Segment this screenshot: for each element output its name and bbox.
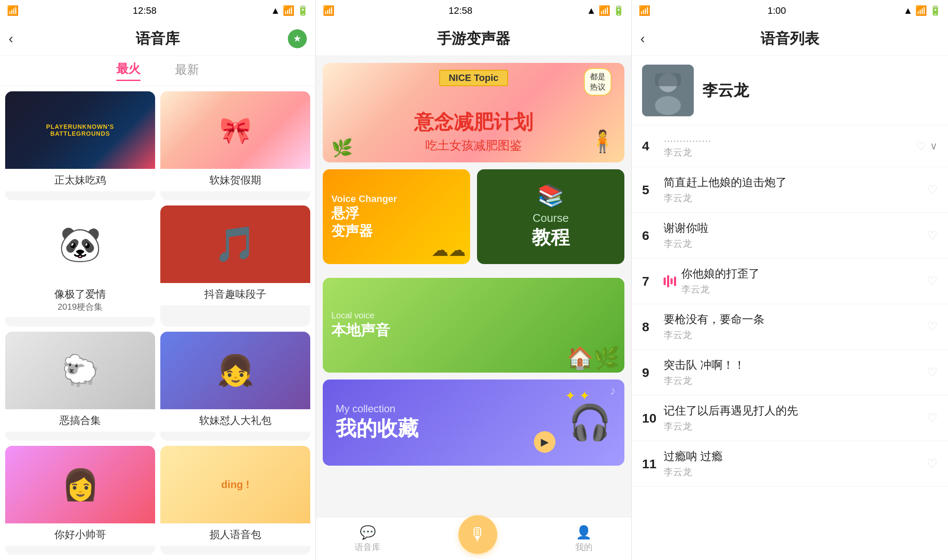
tabbar-item-profile[interactable]: 👤 我的 xyxy=(575,525,592,553)
panel-voice-changer: 📶 12:58 ▲ 📶 🔋 手游变声器 NICE Topic 都是 热议 意念减… xyxy=(316,0,632,560)
list-item[interactable]: 6 谢谢你啦 李云龙 ♡ xyxy=(632,213,948,258)
tab-new[interactable]: 最新 xyxy=(175,62,199,81)
nav-header-3: ‹ 语音列表 xyxy=(632,22,948,56)
grid-item-label: 像极了爱情 2019梗合集 xyxy=(5,283,155,317)
item-title: 你他娘的打歪了 xyxy=(681,266,862,281)
bubble-text2: 热议 xyxy=(590,82,605,92)
status-time-2: 12:58 xyxy=(449,5,472,16)
local-voice-card[interactable]: Local voice 本地声音 🏠🌿 xyxy=(323,278,624,373)
status-bar-2: 📶 12:58 ▲ 📶 🔋 xyxy=(316,0,631,22)
grid-label-sub: 2019梗合集 xyxy=(8,301,153,313)
tab-hot[interactable]: 最火 xyxy=(116,61,140,81)
star-icon: ★ xyxy=(293,33,302,44)
heart-icon[interactable]: ♡ xyxy=(927,457,938,471)
heart-icon[interactable]: ♡ xyxy=(927,228,938,243)
grid-item-label: 损人语音包 xyxy=(160,523,310,546)
bubble-text: 都是 xyxy=(590,72,605,82)
panel-voice-list: 📶 1:00 ▲ 📶 🔋 ‹ 语音列表 李云龙 xyxy=(632,0,948,560)
item-subtitle: 李云龙 xyxy=(681,283,923,296)
grid-thumb-panda: 🐼 xyxy=(5,205,155,283)
list-item[interactable]: PLAYERUNKNOWN'SBATTLEGROUNDS 正太妹吃鸡 xyxy=(5,91,155,200)
list-item[interactable]: 5 简直赶上他娘的迫击炮了 李云龙 ♡ xyxy=(632,167,948,213)
mic-icon: 🎙 xyxy=(469,525,486,544)
grid-item-label: 恶搞合集 xyxy=(5,409,155,432)
item-title: 记住了以后再遇见打人的先 xyxy=(664,403,845,418)
list-item[interactable]: 🐑 恶搞合集 xyxy=(5,332,155,441)
item-content: 谢谢你啦 李云龙 xyxy=(664,221,923,250)
list-item[interactable]: 10 记住了以后再遇见打人的先 李云龙 ♡ xyxy=(632,395,948,441)
page-title-3: 语音列表 xyxy=(761,29,819,49)
list-item[interactable]: 4 …………… 李云龙 ♡ ∨ xyxy=(632,125,948,167)
list-item[interactable]: 9 突击队 冲啊！！ 李云龙 ♡ xyxy=(632,350,948,395)
heart-icon[interactable]: ♡ xyxy=(927,183,938,197)
item-number: 9 xyxy=(642,365,664,380)
chevron-down-icon: ∨ xyxy=(930,140,938,152)
battery-icon-2: 🔋 xyxy=(613,5,624,16)
list-item[interactable]: 🎵 抖音趣味段子 xyxy=(160,205,310,326)
tabbar-item-library[interactable]: 💬 语音库 xyxy=(355,525,380,553)
list-item[interactable]: 🎀 软妹贺假期 xyxy=(160,91,310,200)
heart-icon[interactable]: ♡ xyxy=(927,274,938,288)
grid-thumb-girl-filter: 👧 xyxy=(160,332,310,409)
nice-topic-banner[interactable]: NICE Topic 都是 热议 意念减肥计划 吃土女孩减肥图鉴 🌿 🧍 xyxy=(323,63,624,162)
list-item[interactable]: 👩 你好小帅哥 xyxy=(5,446,155,555)
avatar-img xyxy=(642,65,694,116)
my-collection-card[interactable]: My collection 我的收藏 ✦ ✦ ▶ 🎧 ♪ xyxy=(323,380,624,466)
item-subtitle: 李云龙 xyxy=(664,329,923,342)
list-item[interactable]: 8 要枪没有，要命一条 李云龙 ♡ xyxy=(632,304,948,350)
books-icon: 📚 xyxy=(537,183,564,208)
list-item[interactable]: 7 你他娘的打歪了 李云龙 ♡ xyxy=(632,258,948,304)
item-number: 4 xyxy=(642,139,664,153)
grid-item-label: 抖音趣味段子 xyxy=(160,283,310,305)
list-item[interactable]: 11 过瘾呐 过瘾 李云龙 ♡ xyxy=(632,441,948,487)
course-card[interactable]: 📚 Course 教程 xyxy=(477,169,624,264)
battery-icon-3: 🔋 xyxy=(929,5,941,16)
list-item[interactable]: 👧 软妹怼人大礼包 xyxy=(160,332,310,441)
lv-label-zh: 本地声音 xyxy=(331,320,390,340)
list-item[interactable]: ding ! 损人语音包 xyxy=(160,446,310,555)
back-button-1[interactable]: ‹ xyxy=(9,31,13,47)
mc-label-zh: 我的收藏 xyxy=(336,415,418,442)
heart-icon[interactable]: ♡ xyxy=(916,139,926,153)
music-note-deco: ♪ xyxy=(610,384,616,398)
grid-item-label: 软妹怼人大礼包 xyxy=(160,409,310,432)
item-number: 11 xyxy=(642,457,664,471)
character-deco: 🧍 xyxy=(589,129,616,154)
grid-thumb-sheep: 🐑 xyxy=(5,332,155,409)
back-button-3[interactable]: ‹ xyxy=(640,31,645,47)
item-number: 6 xyxy=(642,228,664,243)
item-title: …………… xyxy=(664,133,845,144)
status-time-1: 12:58 xyxy=(133,5,156,16)
grid-thumb-baby: ding ! xyxy=(160,446,310,523)
heart-icon[interactable]: ♡ xyxy=(927,365,938,380)
tabbar-mic-button[interactable]: 🎙 xyxy=(458,515,497,554)
status-bar-1: 📶 12:58 ▲ 📶 🔋 xyxy=(0,0,315,22)
battery-icon: 🔋 xyxy=(297,5,309,16)
play-button[interactable]: ▶ xyxy=(534,431,555,453)
library-label: 语音库 xyxy=(355,541,380,553)
item-title: 谢谢你啦 xyxy=(664,221,845,236)
wifi-icon-2: 📶 xyxy=(599,5,610,16)
status-icons-left: 📶 xyxy=(7,5,19,16)
nice-topic-bubble: 都是 热议 xyxy=(584,68,611,96)
item-subtitle: 李云龙 xyxy=(664,420,923,433)
signal-icon-3: ▲ xyxy=(903,5,913,16)
star-button[interactable]: ★ xyxy=(288,29,307,48)
grid-thumb-anime: 🎀 xyxy=(160,91,310,169)
profile-icon: 👤 xyxy=(576,525,592,540)
voice-changer-card[interactable]: Voice Changer 悬浮 变声器 ☁☁ xyxy=(323,169,470,264)
grid-thumb-tiktok: 🎵 xyxy=(160,205,310,283)
waveform-icon xyxy=(664,275,676,287)
heart-icon[interactable]: ♡ xyxy=(927,411,938,425)
list-item[interactable]: 🐼 像极了爱情 2019梗合集 xyxy=(5,205,155,326)
item-title: 过瘾呐 过瘾 xyxy=(664,449,845,464)
status-icons-right-2: ▲ 📶 🔋 xyxy=(586,5,624,16)
heart-icon[interactable]: ♡ xyxy=(927,320,938,334)
item-content: 记住了以后再遇见打人的先 李云龙 xyxy=(664,403,923,433)
status-icons-right-1: ▲ 📶 🔋 xyxy=(271,5,309,16)
status-icons-left-3: 📶 xyxy=(639,5,650,16)
item-content: …………… 李云龙 xyxy=(664,133,911,159)
grid-thumb-girl-car: 👩 xyxy=(5,446,155,523)
item-content: 要枪没有，要命一条 李云龙 xyxy=(664,312,923,342)
item-subtitle: 李云龙 xyxy=(664,146,911,159)
